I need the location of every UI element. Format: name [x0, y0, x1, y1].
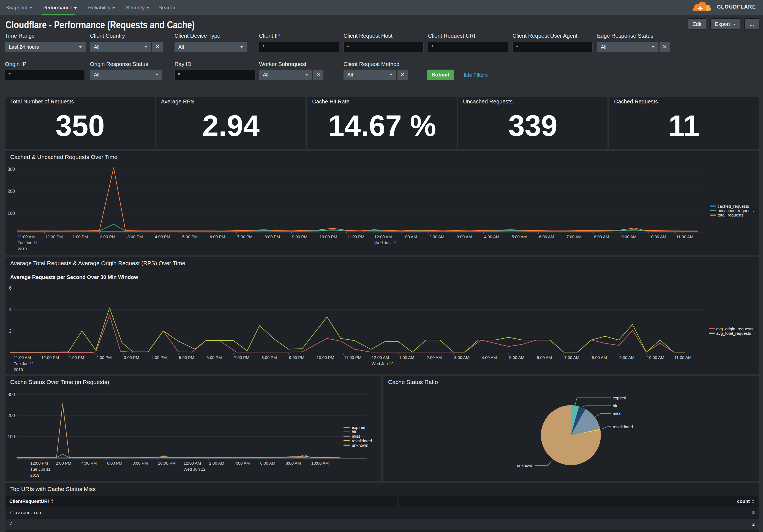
- svg-text:11:00 PM: 11:00 PM: [344, 355, 362, 360]
- svg-text:4:00 AM: 4:00 AM: [235, 461, 250, 466]
- svg-text:total_requests: total_requests: [717, 213, 743, 217]
- svg-text:200: 200: [7, 189, 15, 194]
- svg-text:unknown: unknown: [517, 463, 533, 468]
- svg-text:9:00 AM: 9:00 AM: [621, 234, 636, 239]
- svg-text:2:00 AM: 2:00 AM: [209, 461, 224, 466]
- svg-text:11:00 AM: 11:00 AM: [18, 234, 35, 239]
- svg-text:Wed Jun 12: Wed Jun 12: [372, 361, 393, 366]
- svg-text:9:00 AM: 9:00 AM: [619, 355, 634, 360]
- svg-text:10:00 PM: 10:00 PM: [320, 234, 337, 239]
- svg-text:8:00 PM: 8:00 PM: [265, 234, 280, 239]
- svg-text:9:00 PM: 9:00 PM: [289, 355, 304, 360]
- svg-text:200: 200: [7, 413, 15, 418]
- svg-text:miss: miss: [352, 434, 360, 438]
- svg-text:2:00 AM: 2:00 AM: [427, 355, 442, 360]
- svg-text:Wed Jun 12: Wed Jun 12: [374, 240, 396, 245]
- svg-text:12:00 PM: 12:00 PM: [41, 355, 59, 360]
- svg-text:4:00 PM: 4:00 PM: [81, 461, 97, 466]
- svg-text:10:00 AM: 10:00 AM: [311, 461, 329, 466]
- svg-text:CLOUDFLARE: CLOUDFLARE: [717, 4, 756, 10]
- svg-text:Wed Jun 12: Wed Jun 12: [183, 467, 206, 472]
- svg-text:revalidated: revalidated: [613, 424, 633, 429]
- svg-text:2019: 2019: [14, 367, 23, 372]
- svg-text:6:00 PM: 6:00 PM: [107, 461, 122, 466]
- svg-text:5:00 PM: 5:00 PM: [182, 234, 198, 239]
- svg-text:hit: hit: [352, 429, 357, 434]
- svg-text:12:00 PM: 12:00 PM: [30, 461, 48, 466]
- svg-text:3:00 PM: 3:00 PM: [127, 234, 143, 239]
- svg-text:7:00 PM: 7:00 PM: [234, 355, 249, 360]
- svg-text:1:00 AM: 1:00 AM: [399, 355, 414, 360]
- svg-text:4:00 PM: 4:00 PM: [152, 355, 167, 360]
- svg-text:10:00 PM: 10:00 PM: [158, 461, 175, 466]
- svg-text:2:00 AM: 2:00 AM: [429, 234, 445, 239]
- svg-text:3:00 PM: 3:00 PM: [124, 355, 139, 360]
- svg-text:expired: expired: [613, 396, 626, 400]
- svg-text:3:00 AM: 3:00 AM: [454, 355, 469, 360]
- svg-text:9:00 PM: 9:00 PM: [292, 234, 307, 239]
- svg-text:avg_total_requests: avg_total_requests: [716, 331, 751, 336]
- svg-text:1:00 PM: 1:00 PM: [72, 234, 88, 239]
- svg-text:1:00 PM: 1:00 PM: [69, 355, 84, 360]
- svg-text:4:00 PM: 4:00 PM: [155, 234, 170, 239]
- svg-text:10:00 AM: 10:00 AM: [649, 234, 666, 239]
- svg-text:Tue Jun 11: Tue Jun 11: [14, 361, 34, 366]
- svg-text:cached_requests: cached_requests: [717, 204, 749, 209]
- svg-text:12:00 PM: 12:00 PM: [45, 234, 63, 239]
- svg-text:5:00 PM: 5:00 PM: [179, 355, 194, 360]
- svg-text:2019: 2019: [30, 473, 39, 478]
- svg-text:6:00 AM: 6:00 AM: [539, 234, 554, 239]
- svg-text:12:00 AM: 12:00 AM: [374, 234, 392, 239]
- svg-text:5:00 AM: 5:00 AM: [512, 234, 527, 239]
- svg-text:uncached_requests: uncached_requests: [717, 208, 754, 213]
- svg-text:miss: miss: [613, 411, 621, 416]
- svg-text:expired: expired: [352, 425, 365, 430]
- svg-text:100: 100: [7, 434, 15, 439]
- svg-text:3:00 AM: 3:00 AM: [457, 234, 472, 239]
- svg-text:12:00 AM: 12:00 AM: [372, 355, 389, 360]
- svg-text:7:00 PM: 7:00 PM: [237, 234, 253, 239]
- svg-text:4:00 AM: 4:00 AM: [484, 234, 499, 239]
- svg-text:7:00 AM: 7:00 AM: [567, 234, 582, 239]
- svg-text:1:00 AM: 1:00 AM: [402, 234, 417, 239]
- svg-text:100: 100: [7, 211, 15, 216]
- svg-text:4: 4: [9, 307, 12, 312]
- svg-text:Tue Jun 11: Tue Jun 11: [18, 240, 38, 245]
- svg-text:2:00 PM: 2:00 PM: [56, 461, 71, 466]
- svg-text:Tue Jun 11: Tue Jun 11: [30, 467, 51, 472]
- svg-text:2019: 2019: [18, 246, 27, 251]
- svg-text:6:00 AM: 6:00 AM: [260, 461, 275, 466]
- svg-text:6:00 AM: 6:00 AM: [537, 355, 552, 360]
- svg-text:300: 300: [7, 392, 15, 397]
- svg-text:7:00 AM: 7:00 AM: [564, 355, 580, 360]
- svg-text:4:00 AM: 4:00 AM: [482, 355, 497, 360]
- svg-text:8:00 AM: 8:00 AM: [594, 234, 609, 239]
- svg-text:11:00 AM: 11:00 AM: [674, 355, 692, 360]
- svg-text:2:00 PM: 2:00 PM: [96, 355, 112, 360]
- svg-text:6:00 PM: 6:00 PM: [206, 355, 222, 360]
- svg-text:11:00 AM: 11:00 AM: [14, 355, 31, 360]
- svg-text:8:00 AM: 8:00 AM: [592, 355, 607, 360]
- svg-text:8:00 PM: 8:00 PM: [132, 461, 148, 466]
- svg-text:revalidated: revalidated: [352, 438, 372, 443]
- svg-text:2: 2: [9, 329, 12, 333]
- svg-text:8:00 AM: 8:00 AM: [286, 461, 301, 466]
- svg-text:12:00 AM: 12:00 AM: [183, 461, 201, 466]
- svg-text:11:00 PM: 11:00 PM: [347, 234, 364, 239]
- svg-text:8:00 PM: 8:00 PM: [262, 355, 277, 360]
- svg-text:10:00 PM: 10:00 PM: [317, 355, 334, 360]
- svg-text:6:00 PM: 6:00 PM: [210, 234, 225, 239]
- svg-text:unknown: unknown: [352, 443, 368, 448]
- svg-text:avg_origin_requests: avg_origin_requests: [716, 326, 753, 331]
- svg-text:300: 300: [7, 167, 15, 172]
- svg-text:5:00 AM: 5:00 AM: [509, 355, 524, 360]
- svg-text:2:00 PM: 2:00 PM: [100, 234, 115, 239]
- svg-text:hit: hit: [613, 403, 617, 408]
- svg-text:6: 6: [9, 286, 12, 291]
- svg-text:10:00 AM: 10:00 AM: [647, 355, 664, 360]
- svg-text:11:00 AM: 11:00 AM: [676, 234, 693, 239]
